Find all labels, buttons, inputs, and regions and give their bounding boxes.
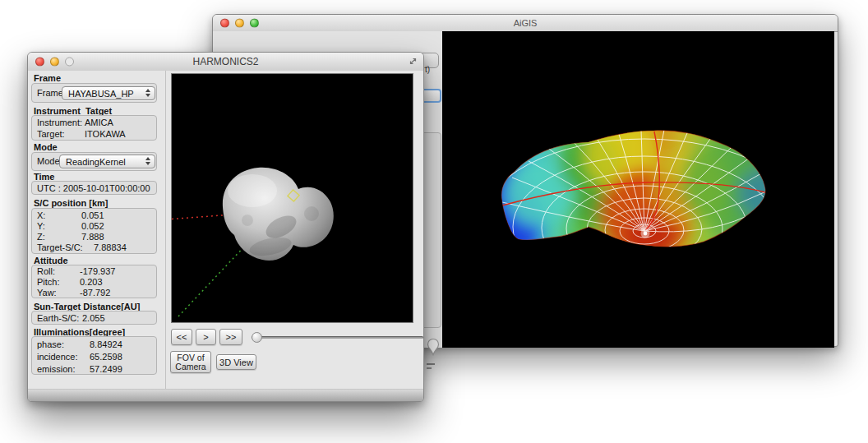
- sc-position-box: X:0.051 Y:0.052 Z:7.888 Target-S/C:7.888…: [31, 208, 157, 254]
- window-bottom-bar: [28, 389, 423, 401]
- harmonics2-titlebar[interactable]: HARMONICS2: [28, 53, 423, 72]
- step-forward-button[interactable]: >>: [219, 329, 242, 345]
- roll-label: Roll:: [37, 266, 55, 276]
- utc-time-value: UTC : 2005-10-01T00:00:00: [37, 183, 150, 193]
- time-slider[interactable]: [248, 329, 425, 345]
- attitude-box: Roll:-179.937 Pitch:0.203 Yaw:-87.792: [31, 265, 157, 298]
- window-title: HARMONICS2: [28, 56, 423, 67]
- z-value: 7.888: [81, 232, 104, 242]
- harmonics2-window: HARMONICS2 Frame Frame: HAYABUSA_HP Inst…: [27, 52, 424, 402]
- slider-track[interactable]: [252, 336, 423, 339]
- y-label: Y:: [37, 221, 45, 231]
- mode-popup-value: ReadingKernel: [66, 157, 126, 167]
- clipped-label: t): [425, 65, 430, 74]
- instrument-box: Instrument: AMICA Target: ITOKAWA: [31, 115, 157, 141]
- y-value: 0.052: [81, 221, 104, 231]
- mode-label: Mode:: [37, 156, 62, 166]
- earth-sc-value: 2.055: [82, 313, 105, 323]
- step-back-button[interactable]: <<: [171, 329, 192, 345]
- emission-label: emission:: [37, 364, 75, 374]
- target-sc-value: 7.88834: [94, 242, 127, 252]
- itokawa-color-model: [442, 31, 834, 348]
- aigis-3d-viewport[interactable]: [442, 31, 834, 348]
- fov-of-camera-button[interactable]: FOV of Camera: [170, 351, 211, 373]
- emission-value: 57.2499: [90, 364, 122, 374]
- slider-knob[interactable]: [252, 332, 262, 343]
- instrument-label: Instrument:: [37, 118, 82, 127]
- pitch-label: Pitch:: [37, 277, 60, 287]
- yaw-label: Yaw:: [37, 288, 57, 298]
- x-value: 0.051: [81, 210, 104, 220]
- highlight: [228, 174, 277, 207]
- mode-box: Mode: ReadingKernel: [31, 152, 157, 171]
- popup-stepper-icon: [145, 89, 150, 97]
- harmonics2-content: Frame Frame: HAYABUSA_HP Instrument Tatg…: [28, 71, 423, 389]
- mode-popup[interactable]: ReadingKernel: [59, 155, 155, 168]
- earth-sc-label: Earth-S/C:: [37, 313, 79, 323]
- harmonics2-3d-viewport[interactable]: [171, 73, 413, 323]
- step-button[interactable]: >: [196, 329, 216, 345]
- location-pin-icon[interactable]: [427, 338, 440, 356]
- yaw-value: -87.792: [80, 288, 110, 298]
- instrument-value: AMICA: [85, 118, 113, 127]
- 3d-view-button[interactable]: 3D View: [216, 354, 256, 370]
- illuminations-box: phase:8.84924 incidence:65.2598 emission…: [31, 336, 157, 375]
- pole-point: [644, 232, 648, 236]
- roll-value: -179.937: [80, 266, 115, 276]
- section-header-sc-position: S/C position [km]: [34, 198, 108, 208]
- sun-target-box: Earth-S/C:2.055: [31, 311, 157, 325]
- resize-grip-marks2: [427, 367, 432, 369]
- frame-popup[interactable]: HAYABUSA_HP: [62, 86, 155, 100]
- incidence-label: incidence:: [37, 352, 78, 362]
- target-label: Target:: [37, 129, 65, 139]
- target-sc-label: Target-S/C:: [37, 242, 83, 252]
- frame-box: Frame: HAYABUSA_HP: [31, 83, 157, 103]
- desktop: { "colors": { "viewport_bg": "#000000", …: [0, 0, 868, 443]
- popup-stepper-icon: [145, 157, 150, 165]
- x-label: X:: [37, 210, 45, 220]
- panel-divider: [165, 71, 166, 389]
- fov-button-line1: FOV of: [177, 353, 204, 362]
- section-header-mode: Mode: [34, 142, 58, 152]
- z-label: Z:: [37, 232, 45, 242]
- diagonal-resize-icon[interactable]: [409, 57, 418, 66]
- pitch-value: 0.203: [80, 277, 103, 287]
- target-value: ITOKAWA: [85, 129, 126, 139]
- section-header-frame: Frame: [34, 73, 61, 83]
- time-box: UTC : 2005-10-01T00:00:00: [31, 181, 157, 195]
- resize-grip-marks: [427, 363, 435, 365]
- fov-button-line2: Camera: [175, 362, 205, 371]
- phase-value: 8.84924: [90, 339, 122, 349]
- itokawa-grey-model: [172, 74, 413, 322]
- window-title: AiGIS: [213, 18, 838, 28]
- frame-popup-value: HAYABUSA_HP: [68, 89, 134, 99]
- aigis-titlebar[interactable]: AiGIS: [213, 15, 838, 32]
- phase-label: phase:: [37, 339, 64, 349]
- parameter-panel: Frame Frame: HAYABUSA_HP Instrument Tatg…: [31, 72, 165, 389]
- incidence-value: 65.2598: [90, 352, 122, 362]
